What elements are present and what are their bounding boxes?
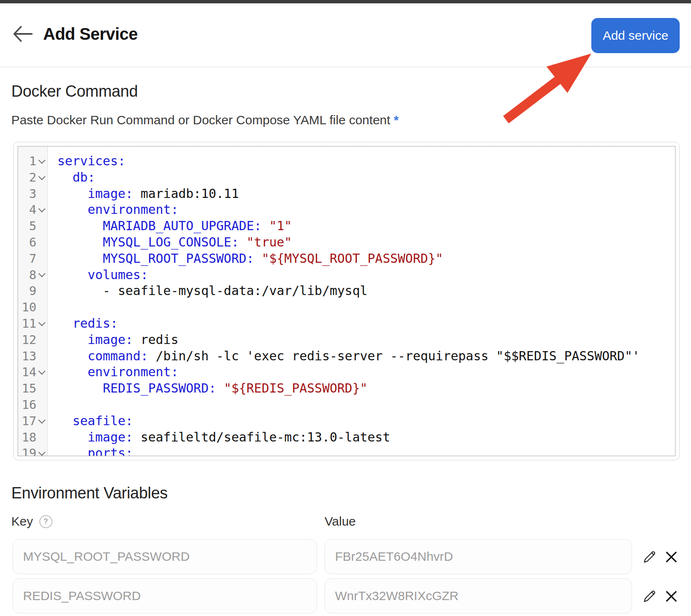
gutter-cell: 16 xyxy=(18,397,47,413)
line-number: 8 xyxy=(18,267,36,283)
key-column-label: Key ? xyxy=(11,514,52,529)
code-line: 7 MYSQL_ROOT_PASSWORD: "${MYSQL_ROOT_PAS… xyxy=(18,251,675,267)
docker-command-heading: Docker Command xyxy=(11,81,138,101)
line-number: 16 xyxy=(18,397,36,413)
fold-toggle[interactable] xyxy=(36,206,47,213)
env-key-input[interactable] xyxy=(13,578,317,613)
env-value-input[interactable] xyxy=(325,539,632,574)
code-line: 17 seafile: xyxy=(18,413,675,429)
fold-toggle[interactable] xyxy=(36,320,47,327)
env-var-row xyxy=(0,539,691,574)
code-line: 11 redis: xyxy=(18,316,675,332)
code-line: 13 command: /bin/sh -lc 'exec redis-serv… xyxy=(18,348,675,364)
code-text: MARIADB_AUTO_UPGRADE: "1" xyxy=(47,218,292,234)
code-text: ports: xyxy=(47,445,133,456)
chevron-down-icon xyxy=(39,270,46,277)
code-text: redis: xyxy=(47,316,118,332)
code-line: 16 xyxy=(18,397,675,413)
line-number: 17 xyxy=(18,413,36,429)
gutter-cell: 6 xyxy=(18,234,47,251)
line-number: 2 xyxy=(18,169,36,186)
gutter-cell: 13 xyxy=(18,348,47,364)
line-number: 14 xyxy=(18,364,36,380)
edit-value-button[interactable] xyxy=(642,588,657,604)
line-number: 13 xyxy=(18,348,36,364)
code-text: MYSQL_ROOT_PASSWORD: "${MYSQL_ROOT_PASSW… xyxy=(47,251,443,267)
gutter-cell: 5 xyxy=(18,218,47,234)
edit-value-button[interactable] xyxy=(642,549,657,565)
gutter-cell: 18 xyxy=(18,429,47,446)
env-key-input[interactable] xyxy=(13,539,317,574)
code-text: environment: xyxy=(47,364,178,380)
code-text: seafile: xyxy=(47,413,133,429)
close-icon xyxy=(663,588,679,604)
chevron-down-icon xyxy=(39,173,46,180)
gutter-cell: 9 xyxy=(18,283,47,299)
gutter-cell: 14 xyxy=(18,364,47,380)
code-line: 3 image: mariadb:10.11 xyxy=(18,186,675,202)
fold-toggle[interactable] xyxy=(36,450,47,456)
line-number: 11 xyxy=(18,316,36,332)
chevron-down-icon xyxy=(39,157,46,164)
remove-row-button[interactable] xyxy=(663,588,679,604)
pencil-icon xyxy=(642,588,657,604)
key-label-text: Key xyxy=(11,514,33,529)
code-line: 4 environment: xyxy=(18,202,675,218)
code-line: 12 image: redis xyxy=(18,332,675,348)
code-text: environment: xyxy=(47,202,178,218)
fold-toggle[interactable] xyxy=(36,418,47,425)
back-button[interactable] xyxy=(12,23,34,44)
chevron-down-icon xyxy=(39,368,46,375)
code-text: services: xyxy=(47,153,126,169)
line-number: 19 xyxy=(18,445,36,456)
environment-variables-heading: Environment Variables xyxy=(11,483,168,503)
code-text: MYSQL_LOG_CONSOLE: "true" xyxy=(47,234,292,251)
line-number: 7 xyxy=(18,251,36,267)
code-text: image: seafileltd/seafile-mc:13.0-latest xyxy=(47,429,390,446)
code-line: 19 ports: xyxy=(18,445,675,456)
code-line: 1services: xyxy=(18,153,675,169)
line-number: 3 xyxy=(18,186,36,202)
gutter-cell: 10 xyxy=(18,299,47,316)
code-text: db: xyxy=(47,169,95,186)
code-text: command: /bin/sh -lc 'exec redis-server … xyxy=(47,348,640,364)
add-service-button[interactable]: Add service xyxy=(591,18,680,53)
required-asterisk: * xyxy=(394,113,399,127)
gutter-cell: 17 xyxy=(18,413,47,429)
env-rows xyxy=(0,539,691,616)
env-value-input[interactable] xyxy=(325,578,632,613)
fold-toggle[interactable] xyxy=(36,174,47,181)
pencil-icon xyxy=(642,549,657,565)
code-area[interactable]: 1services:2 db:3 image: mariadb:10.114 e… xyxy=(18,146,676,456)
page-title: Add Service xyxy=(43,23,138,44)
value-column-label: Value xyxy=(325,514,356,529)
line-number: 9 xyxy=(18,283,36,299)
fold-toggle[interactable] xyxy=(36,369,47,376)
back-arrow-icon xyxy=(12,23,34,44)
fold-toggle[interactable] xyxy=(36,158,47,165)
code-line: 18 image: seafileltd/seafile-mc:13.0-lat… xyxy=(18,429,675,446)
code-lines: 1services:2 db:3 image: mariadb:10.114 e… xyxy=(18,146,675,456)
header-divider xyxy=(0,67,691,67)
gutter-cell: 15 xyxy=(18,380,47,397)
code-text: image: mariadb:10.11 xyxy=(47,186,239,202)
gutter-cell: 4 xyxy=(18,202,47,218)
code-line: 6 MYSQL_LOG_CONSOLE: "true" xyxy=(18,234,675,251)
help-icon[interactable]: ? xyxy=(39,515,52,528)
fold-toggle[interactable] xyxy=(36,271,47,278)
code-line: 10 xyxy=(18,299,675,316)
gutter-cell: 1 xyxy=(18,153,47,169)
line-number: 5 xyxy=(18,218,36,234)
add-service-page: Add Service Add service Docker Command P… xyxy=(0,0,691,616)
gutter-cell: 19 xyxy=(18,445,47,456)
red-arrow-annotation xyxy=(500,48,597,126)
gutter-cell: 11 xyxy=(18,316,47,332)
docker-command-label: Paste Docker Run Command or Docker Compo… xyxy=(11,112,399,128)
chevron-down-icon xyxy=(39,319,46,326)
docker-command-editor[interactable]: 1services:2 db:3 image: mariadb:10.114 e… xyxy=(13,142,680,460)
env-var-row xyxy=(0,578,691,613)
remove-row-button[interactable] xyxy=(663,549,679,565)
code-text: REDIS_PASSWORD: "${REDIS_PASSWORD}" xyxy=(47,380,368,397)
line-number: 4 xyxy=(18,202,36,218)
docker-command-label-text: Paste Docker Run Command or Docker Compo… xyxy=(11,113,390,127)
